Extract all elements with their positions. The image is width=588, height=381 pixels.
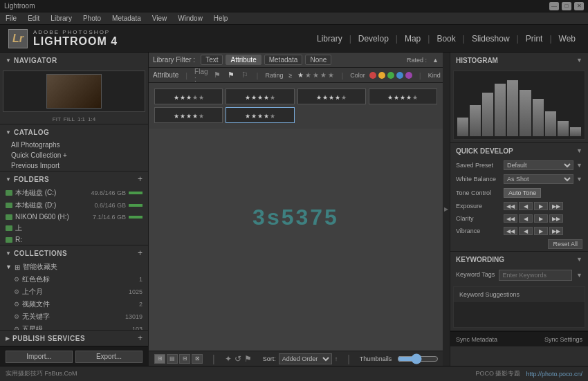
nav-web[interactable]: Web bbox=[555, 34, 580, 44]
photo-cell-2[interactable]: ★★★★★ bbox=[226, 89, 294, 104]
menu-edit[interactable]: Edit bbox=[26, 15, 41, 22]
menu-library[interactable]: Library bbox=[49, 15, 73, 22]
qd-vibrance-inc-large[interactable]: ▶▶ bbox=[549, 227, 563, 235]
qd-preset-select[interactable]: Default bbox=[504, 160, 573, 170]
flag-any[interactable]: ⚑ bbox=[214, 71, 221, 80]
spray-tool[interactable]: ✦ bbox=[225, 354, 232, 364]
qd-exposure-inc[interactable]: ▶ bbox=[534, 202, 548, 210]
flag-unflagged[interactable]: ⚐ bbox=[241, 71, 248, 80]
qd-preset-arrow[interactable]: ▼ bbox=[576, 162, 582, 169]
zoom-1-4[interactable]: 1:4 bbox=[88, 116, 95, 122]
photo-cell-3[interactable]: ★★★★★ bbox=[297, 89, 366, 104]
nav-book[interactable]: Book bbox=[432, 34, 459, 44]
folder-d[interactable]: 本地磁盘 (D:) 0.6/146 GB bbox=[0, 199, 148, 212]
qd-clarity-dec-large[interactable]: ◀◀ bbox=[504, 214, 517, 223]
qd-exposure-inc-large[interactable]: ▶▶ bbox=[549, 202, 563, 210]
nav-print[interactable]: Print bbox=[522, 34, 547, 44]
menu-help[interactable]: Help bbox=[212, 15, 230, 22]
star-4[interactable]: ★ bbox=[320, 71, 327, 79]
menu-photo[interactable]: Photo bbox=[82, 15, 102, 22]
color-red[interactable] bbox=[369, 72, 376, 79]
collection-red[interactable]: ⚙ 红色色标 1 bbox=[0, 273, 148, 286]
photo-cell-6[interactable]: ★★★★★ bbox=[226, 107, 294, 123]
keywording-expand[interactable]: ▼ bbox=[576, 256, 582, 263]
right-edge-collapse[interactable]: ▶ bbox=[443, 53, 450, 366]
navigator-header[interactable]: ▼ Navigator bbox=[0, 53, 148, 68]
qd-clarity-inc-large[interactable]: ▶▶ bbox=[549, 214, 563, 223]
nav-slideshow[interactable]: Slideshow bbox=[468, 34, 514, 44]
folder-c[interactable]: 本地磁盘 (C:) 49.6/146 GB bbox=[0, 187, 148, 199]
thumbnails-slider[interactable] bbox=[397, 355, 439, 363]
photo-cell-1[interactable]: ★★★★★ bbox=[154, 89, 223, 104]
view-survey[interactable]: ⊠ bbox=[192, 354, 203, 364]
zoom-fit[interactable]: FIT bbox=[53, 116, 61, 122]
collection-group-smart[interactable]: ▼ ⊞ 智能收藏夹 bbox=[0, 261, 148, 273]
sync-settings-button[interactable]: Sync Settings bbox=[544, 336, 582, 343]
kw-tags-input[interactable] bbox=[499, 270, 572, 281]
filter-tab-attribute[interactable]: Attribute bbox=[226, 55, 261, 65]
star-2[interactable]: ★ bbox=[305, 71, 311, 79]
catalog-all-photos[interactable]: All Photographs bbox=[0, 140, 148, 150]
folder-u[interactable]: 上 bbox=[0, 222, 148, 234]
maximize-button[interactable]: □ bbox=[562, 2, 571, 10]
color-yellow[interactable] bbox=[378, 72, 385, 79]
sort-select[interactable]: Added Order Capture Time File Name Ratin… bbox=[279, 353, 332, 364]
folders-add-button[interactable]: + bbox=[138, 174, 143, 184]
star-5[interactable]: ★ bbox=[328, 71, 334, 79]
zoom-1-1[interactable]: 1:1 bbox=[77, 116, 85, 122]
star-1[interactable]: ★ bbox=[297, 71, 304, 79]
qd-exposure-dec-large[interactable]: ◀◀ bbox=[504, 202, 517, 210]
histogram-expand[interactable]: ▼ bbox=[576, 57, 582, 64]
zoom-fill[interactable]: FILL bbox=[64, 116, 75, 122]
collection-nokeyword[interactable]: ⚙ 无关键字 13019 bbox=[0, 310, 148, 323]
menu-window[interactable]: Window bbox=[176, 15, 204, 22]
sync-meta-button[interactable]: Sync Metadata bbox=[456, 336, 497, 343]
filter-tab-none[interactable]: None bbox=[305, 55, 331, 65]
sort-direction[interactable]: ↑ bbox=[335, 355, 338, 362]
histogram-header[interactable]: Histogram ▼ bbox=[450, 53, 588, 68]
menu-view[interactable]: View bbox=[151, 15, 169, 22]
folder-r[interactable]: R: bbox=[0, 234, 148, 245]
collection-lastmonth[interactable]: ⚙ 上个月 1025 bbox=[0, 286, 148, 298]
collections-header[interactable]: ▼ Collections + bbox=[0, 245, 148, 261]
qd-clarity-dec[interactable]: ◀ bbox=[519, 214, 533, 223]
color-green[interactable] bbox=[387, 72, 394, 79]
view-compare[interactable]: ⊟ bbox=[179, 354, 190, 364]
qd-reset-button[interactable]: Reset All bbox=[548, 239, 582, 249]
filter-tab-text[interactable]: Text bbox=[201, 55, 223, 65]
catalog-quick-collection[interactable]: Quick Collection + bbox=[0, 150, 148, 160]
folder-nikon[interactable]: NIKON D600 (H:) 7.1/14.6 GB bbox=[0, 212, 148, 222]
view-loupe[interactable]: ▤ bbox=[167, 354, 178, 364]
minimize-button[interactable]: — bbox=[549, 2, 559, 10]
nav-library[interactable]: Library bbox=[313, 34, 347, 44]
import-button[interactable]: Import... bbox=[6, 351, 73, 363]
close-button[interactable]: ✕ bbox=[574, 2, 584, 10]
qd-wb-arrow[interactable]: ▼ bbox=[576, 176, 582, 183]
folders-header[interactable]: ▼ Folders + bbox=[0, 171, 148, 187]
publish-header[interactable]: ▶ Publish Services + bbox=[0, 331, 148, 346]
collections-add-button[interactable]: + bbox=[138, 248, 143, 258]
qd-vibrance-dec-large[interactable]: ◀◀ bbox=[504, 227, 517, 235]
qd-vibrance-dec[interactable]: ◀ bbox=[519, 227, 533, 235]
filter-tab-metadata[interactable]: Metadata bbox=[264, 55, 303, 65]
color-purple[interactable] bbox=[405, 72, 412, 79]
menu-metadata[interactable]: Metadata bbox=[111, 15, 143, 22]
flag-tool[interactable]: ⚑ bbox=[244, 354, 252, 364]
qd-wb-select[interactable]: As Shot bbox=[504, 174, 573, 184]
flag-flagged[interactable]: ⚑ bbox=[228, 71, 235, 80]
filter-expand[interactable]: ▲ bbox=[432, 57, 439, 64]
nav-develop[interactable]: Develop bbox=[354, 34, 393, 44]
collection-video[interactable]: ⚙ 视频文件 2 bbox=[0, 298, 148, 310]
collection-fivestar[interactable]: ⚙ 五星级 103 bbox=[0, 323, 148, 331]
qd-clarity-inc[interactable]: ▶ bbox=[534, 214, 548, 223]
publish-add-button[interactable]: + bbox=[138, 333, 143, 343]
menu-file[interactable]: File bbox=[4, 15, 18, 22]
keywording-header[interactable]: Keywording ▼ bbox=[450, 252, 588, 267]
quick-develop-header[interactable]: Quick Develop ▼ bbox=[450, 143, 588, 158]
qd-exposure-dec[interactable]: ◀ bbox=[519, 202, 533, 210]
catalog-header[interactable]: ▼ Catalog bbox=[0, 124, 148, 140]
kw-tags-arrow[interactable]: ▼ bbox=[576, 272, 582, 279]
color-blue[interactable] bbox=[396, 72, 403, 79]
photo-cell-4[interactable]: ★★★★★ bbox=[369, 89, 437, 104]
view-grid[interactable]: ⊞ bbox=[154, 354, 165, 364]
